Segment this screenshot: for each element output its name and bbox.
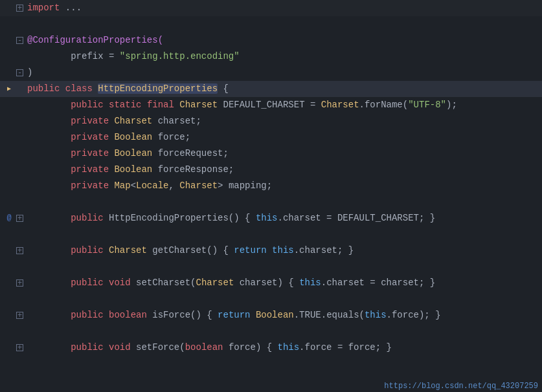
code-line: @+ public HttpEncodingProperties() { thi… <box>0 210 542 226</box>
url-bar: https://blog.csdn.net/qq_43207259 <box>380 380 542 392</box>
fold-icon[interactable]: + <box>15 215 25 222</box>
fold-icon[interactable]: + <box>15 312 25 319</box>
code-line: + public void setForce(boolean force) { … <box>0 340 542 356</box>
side-icon: ▶ <box>3 81 15 97</box>
code-line <box>0 226 542 243</box>
code-content: import ... <box>25 0 542 16</box>
code-line <box>0 16 542 32</box>
code-content: private Charset charset; <box>25 113 542 129</box>
code-line: + public Charset getCharset() { return t… <box>0 243 542 259</box>
code-line <box>0 323 542 340</box>
code-content: private Map<Locale, Charset> mapping; <box>25 178 542 194</box>
code-line: public static final Charset DEFAULT_CHAR… <box>0 97 542 113</box>
code-content: @ConfigurationProperties( <box>25 32 542 49</box>
code-content: public HttpEncodingProperties() { this.c… <box>25 210 542 226</box>
code-line: private Charset charset; <box>0 113 542 129</box>
code-line: +import ... <box>0 0 542 16</box>
code-content: public static final Charset DEFAULT_CHAR… <box>25 97 542 113</box>
code-line <box>0 259 542 275</box>
code-content: public boolean isForce() { return Boolea… <box>25 307 542 323</box>
code-content <box>25 259 542 275</box>
code-content <box>25 323 542 340</box>
code-content <box>25 16 542 32</box>
fold-icon[interactable]: - <box>15 69 25 76</box>
code-editor: +import ... -@ConfigurationProperties( p… <box>0 0 542 392</box>
code-area: +import ... -@ConfigurationProperties( p… <box>0 0 542 356</box>
fold-icon[interactable]: + <box>15 344 25 351</box>
fold-icon[interactable]: + <box>15 279 25 287</box>
code-line: ▶public class HttpEncodingProperties { <box>0 81 542 97</box>
code-content: private Boolean forceResponse; <box>25 162 542 178</box>
code-line <box>0 291 542 307</box>
code-line: private Boolean forceRequest; <box>0 146 542 162</box>
code-line: -) <box>0 65 542 81</box>
code-line <box>0 194 542 210</box>
code-line: prefix = "spring.http.encoding" <box>0 49 542 65</box>
code-content: public void setCharset(Charset charset) … <box>25 275 542 291</box>
side-icon: @ <box>3 210 15 226</box>
code-content <box>25 226 542 243</box>
code-content <box>25 291 542 307</box>
code-content: private Boolean forceRequest; <box>25 146 542 162</box>
code-content: public class HttpEncodingProperties { <box>25 81 542 97</box>
code-content: private Boolean force; <box>25 129 542 146</box>
code-content: prefix = "spring.http.encoding" <box>25 49 542 65</box>
code-content: public Charset getCharset() { return thi… <box>25 243 542 259</box>
fold-icon[interactable]: + <box>15 5 25 12</box>
code-line: -@ConfigurationProperties( <box>0 32 542 49</box>
code-content: public void setForce(boolean force) { th… <box>25 340 542 356</box>
code-line: private Map<Locale, Charset> mapping; <box>0 178 542 194</box>
fold-icon[interactable]: - <box>15 37 25 44</box>
code-content <box>25 194 542 210</box>
fold-icon[interactable]: + <box>15 247 25 254</box>
code-line: private Boolean forceResponse; <box>0 162 542 178</box>
code-line: + public void setCharset(Charset charset… <box>0 275 542 291</box>
code-line: + public boolean isForce() { return Bool… <box>0 307 542 323</box>
code-line: private Boolean force; <box>0 129 542 146</box>
code-content: ) <box>25 65 542 81</box>
